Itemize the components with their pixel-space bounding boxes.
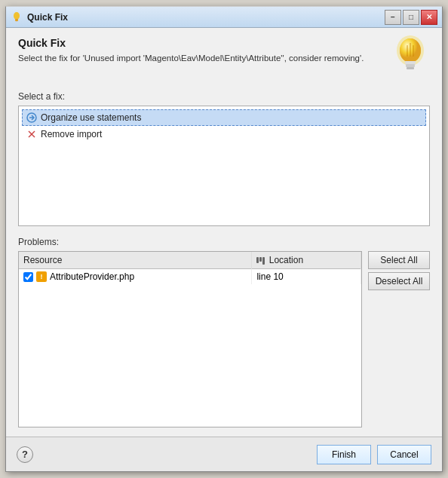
bottom-right-buttons: Finish Cancel (317, 445, 431, 464)
finish-button[interactable]: Finish (317, 445, 371, 464)
bottom-bar: ? Finish Cancel (6, 437, 442, 471)
title-bar-left: Quick Fix (11, 11, 68, 23)
header-text-block: Quick Fix Select the fix for 'Unused imp… (18, 37, 383, 64)
fix-section-label: Select a fix: (18, 91, 430, 102)
problems-table-wrapper: Resource Location (18, 251, 362, 427)
problems-section: Problems: Resource (18, 237, 430, 427)
cancel-button[interactable]: Cancel (377, 445, 431, 464)
problems-table-area: Resource Location (18, 251, 430, 427)
title-bar: Quick Fix − □ ✕ (6, 7, 442, 28)
remove-icon (26, 129, 37, 139)
subtitle-text: Select the fix for 'Unused import 'Magen… (18, 52, 383, 64)
svg-rect-6 (405, 61, 416, 64)
row-resource-cell: ! AttributeProvider.php (19, 269, 252, 285)
quick-fix-window: Quick Fix − □ ✕ Quick Fix Select the fix… (5, 6, 443, 472)
row-resource-name: AttributeProvider.php (50, 271, 134, 282)
svg-rect-8 (407, 67, 414, 69)
problems-sidebar-buttons: Select All Deselect All (368, 251, 430, 427)
problems-table: Resource Location (19, 252, 361, 284)
maximize-button[interactable]: □ (403, 10, 419, 25)
problems-label: Problems: (18, 237, 430, 247)
title-bar-label: Quick Fix (27, 12, 68, 23)
fix-item-organize[interactable]: Organize use statements (22, 109, 426, 126)
warning-icon: ! (36, 271, 47, 282)
help-button[interactable]: ? (17, 446, 33, 463)
svg-rect-2 (16, 21, 18, 22)
fix-item-organize-label: Organize use statements (41, 112, 141, 123)
lightbulb-icon (391, 34, 430, 81)
svg-rect-7 (406, 64, 415, 67)
fix-item-remove[interactable]: Remove import (22, 126, 426, 142)
organize-icon (26, 112, 37, 123)
fix-list-panel: Organize use statements Remove import (18, 106, 430, 226)
row-checkbox[interactable] (23, 272, 33, 282)
window-icon (11, 11, 23, 23)
svg-rect-1 (15, 19, 18, 21)
col-sort-icon (256, 257, 265, 265)
fix-item-remove-label: Remove import (41, 129, 102, 139)
row-location-cell: line 10 (252, 269, 361, 285)
title-bar-buttons: − □ ✕ (385, 10, 437, 25)
minimize-button[interactable]: − (385, 10, 401, 25)
svg-point-0 (14, 12, 20, 20)
select-all-button[interactable]: Select All (368, 251, 430, 269)
row-location-value: line 10 (256, 271, 283, 282)
content-area: Quick Fix Select the fix for 'Unused imp… (6, 28, 442, 437)
col-resource: Resource (19, 252, 252, 269)
table-row: ! AttributeProvider.php line 10 (19, 269, 361, 285)
header-section: Quick Fix Select the fix for 'Unused imp… (18, 37, 430, 81)
close-button[interactable]: ✕ (421, 10, 437, 25)
col-location: Location (252, 252, 361, 269)
main-title: Quick Fix (18, 37, 383, 49)
deselect-all-button[interactable]: Deselect All (368, 272, 430, 290)
